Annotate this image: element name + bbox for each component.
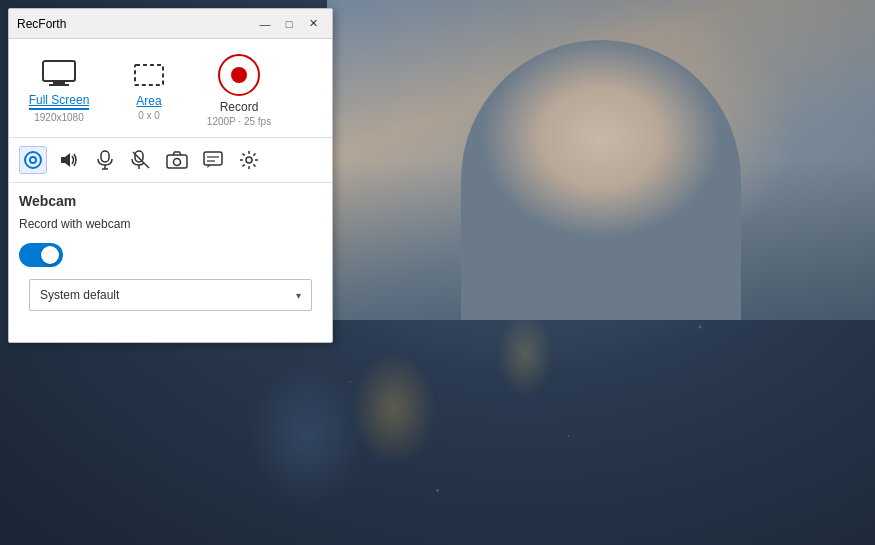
area-sublabel: 0 x 0 xyxy=(138,110,160,121)
toggle-track xyxy=(19,243,63,267)
toggle-thumb xyxy=(41,246,59,264)
app-window: RecForth — □ ✕ Full Screen 1920x1080 xyxy=(8,8,333,343)
dropdown-value: System default xyxy=(40,288,119,302)
webcam-section-title: Webcam xyxy=(19,193,322,209)
svg-rect-12 xyxy=(135,151,143,162)
svg-point-15 xyxy=(174,159,181,166)
toolbar-microphone-button[interactable] xyxy=(91,146,119,174)
svg-rect-16 xyxy=(204,152,222,165)
record-sublabel: 1200P · 25 fps xyxy=(207,116,271,127)
maximize-button[interactable]: □ xyxy=(278,14,300,34)
webcam-dropdown-container: System default ▾ xyxy=(29,279,312,311)
svg-marker-7 xyxy=(61,153,70,167)
icon-toolbar xyxy=(9,137,332,183)
minimize-button[interactable]: — xyxy=(254,14,276,34)
person-silhouette xyxy=(461,40,741,320)
fullscreen-mode-button[interactable]: Full Screen 1920x1080 xyxy=(14,53,104,128)
svg-rect-1 xyxy=(53,82,65,84)
dropdown-arrow-icon: ▾ xyxy=(296,290,301,301)
area-icon xyxy=(129,60,169,90)
title-bar-controls: — □ ✕ xyxy=(254,14,324,34)
webcam-section: Webcam Record with webcam System default… xyxy=(9,183,332,321)
webcam-toggle-label: Record with webcam xyxy=(19,217,130,231)
toolbar-caption-button[interactable] xyxy=(199,146,227,174)
area-label: Area xyxy=(136,94,161,108)
svg-rect-2 xyxy=(49,84,69,86)
close-button[interactable]: ✕ xyxy=(302,14,324,34)
fullscreen-sublabel: 1920x1080 xyxy=(34,112,84,123)
record-button[interactable]: Record 1200P · 25 fps xyxy=(194,49,284,132)
webcam-dropdown[interactable]: System default ▾ xyxy=(29,279,312,311)
toolbar-settings-button[interactable] xyxy=(235,146,263,174)
toolbar-webcam-button[interactable] xyxy=(19,146,47,174)
window-title: RecForth xyxy=(17,17,66,31)
svg-point-6 xyxy=(31,158,35,162)
svg-rect-0 xyxy=(43,61,75,81)
area-mode-button[interactable]: Area 0 x 0 xyxy=(104,55,194,126)
mode-row: Full Screen 1920x1080 Area 0 x 0 Record … xyxy=(9,39,332,137)
fullscreen-label: Full Screen xyxy=(29,93,90,110)
webcam-toggle-switch[interactable] xyxy=(19,243,63,267)
svg-point-19 xyxy=(246,157,252,163)
record-dot xyxy=(231,67,247,83)
svg-rect-3 xyxy=(135,65,163,85)
webcam-toggle-row: Record with webcam xyxy=(19,217,322,231)
monitor-icon xyxy=(39,58,79,88)
title-bar: RecForth — □ ✕ xyxy=(9,9,332,39)
record-label: Record xyxy=(220,100,259,114)
record-circle xyxy=(218,54,260,96)
svg-rect-8 xyxy=(101,151,109,162)
toolbar-mute-button[interactable] xyxy=(127,146,155,174)
toolbar-speaker-button[interactable] xyxy=(55,146,83,174)
toolbar-screenshot-button[interactable] xyxy=(163,146,191,174)
webcam-preview xyxy=(327,0,875,320)
